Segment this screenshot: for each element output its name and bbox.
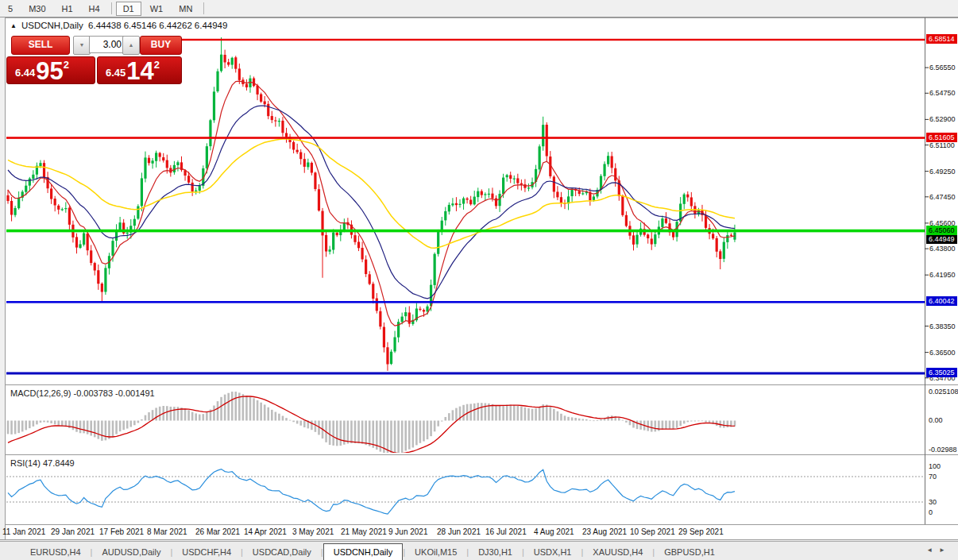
rsi-axis-label: 70 [929, 473, 937, 481]
macd-name: MACD(12,26,9) [10, 388, 71, 398]
tab-audusd-daily[interactable]: AUDUSD,Daily [92, 544, 170, 560]
trading-terminal: 5M30H1H4D1W1MN ▲USDCNH,Daily 6.444386.45… [0, 0, 958, 560]
price-axis-label: 6.36500 [929, 349, 956, 357]
macd-axis-label: -0.02988 [929, 446, 957, 454]
date-axis-label: 16 Jul 2021 [485, 527, 527, 536]
date-axis-label: 28 Jun 2021 [437, 527, 481, 536]
tab-gbpusd-h1[interactable]: GBPUSD,H1 [655, 544, 724, 560]
date-axis-label: 17 Feb 2021 [99, 527, 144, 536]
sell-price-pips: 2 [64, 59, 69, 71]
rsi-value: 47.8449 [43, 458, 75, 468]
buy-price-main: 14 [126, 57, 153, 84]
buy-price-button[interactable]: 6.45142 [97, 56, 182, 84]
tab-usdchf-h4[interactable]: USDCHF,H4 [172, 544, 241, 560]
price-axis-label: 6.49250 [929, 168, 956, 176]
chart-title: ▲USDCNH,Daily 6.444386.451466.442626.449… [10, 21, 230, 30]
chevron-down-icon: ▼ [79, 42, 85, 48]
date-axis-label: 10 Sep 2021 [630, 527, 675, 536]
volume-increase-button[interactable]: ▲ [122, 36, 140, 55]
price-level-label: 6.51605 [926, 133, 957, 142]
collapse-panel-icon[interactable]: ▲ [10, 22, 17, 29]
chart-symbol-label: USDCNH,Daily [21, 21, 83, 30]
date-axis-label: 14 Apr 2021 [244, 527, 287, 536]
rsi-axis-label: 100 [929, 462, 941, 470]
rsi-name: RSI(14) [10, 458, 41, 468]
price-axis-label: 6.56550 [929, 64, 956, 71]
buy-price-pips: 2 [154, 59, 160, 71]
tab-scroll-arrows: ◄► [926, 546, 952, 554]
price-axis-label: 6.51100 [929, 141, 955, 149]
tab-dj30-h1[interactable]: DJ30,H1 [469, 544, 522, 560]
date-axis-label: 8 Mar 2021 [147, 527, 187, 536]
buy-button[interactable]: BUY [140, 36, 182, 55]
price-level-label: 6.58514 [926, 34, 957, 44]
tab-usdx-h1[interactable]: USDX,H1 [524, 544, 581, 560]
tabs-scroll-right-icon[interactable]: ► [939, 546, 952, 554]
tabs-scroll-left-icon[interactable]: ◄ [926, 546, 939, 554]
date-axis-label: 29 Sep 2021 [678, 527, 724, 536]
date-axis-label: 26 Mar 2021 [195, 527, 240, 536]
macd-signal-value: -0.001491 [115, 388, 155, 398]
tab-usdcnh-daily[interactable]: USDCNH,Daily [323, 543, 404, 560]
tab-xauusd-h4[interactable]: XAUUSD,H4 [583, 544, 652, 560]
price-level-label: 6.45060 [926, 226, 957, 235]
sell-price-prefix: 6.44 [15, 67, 35, 79]
price-axis-label: 6.52900 [929, 115, 956, 123]
macd-axis-label: 0.025108 [929, 388, 958, 396]
macd-indicator-label: MACD(12,26,9) -0.003783 -0.001491 [10, 388, 155, 398]
chevron-up-icon: ▲ [129, 42, 134, 48]
bar-open-value: 6.44438 [88, 21, 122, 30]
symbol-tab-bar: EURUSD,H4|AUDUSD,Daily|USDCHF,H4|USDCAD,… [0, 541, 958, 560]
macd-axis-label: 0.00 [929, 416, 943, 424]
date-axis-label: 3 May 2021 [292, 527, 334, 536]
macd-main-value: -0.003783 [73, 388, 113, 398]
price-axis-label: 6.47450 [929, 193, 956, 201]
date-axis-label: 9 Jun 2021 [388, 527, 428, 536]
buy-price-prefix: 6.45 [106, 67, 126, 79]
price-level-label: 6.35025 [926, 368, 957, 377]
price-level-label: 6.40042 [926, 296, 957, 306]
price-axis-label: 6.54750 [929, 89, 956, 97]
date-axis-label: 21 May 2021 [341, 527, 387, 536]
sell-price-main: 95 [36, 57, 63, 84]
rsi-indicator-label: RSI(14) 47.8449 [10, 458, 75, 468]
price-axis-label: 6.38350 [929, 322, 956, 330]
date-axis-label: 29 Jan 2021 [51, 527, 95, 536]
tab-usdcad-daily[interactable]: USDCAD,Daily [243, 544, 321, 560]
bar-low-value: 6.44262 [159, 21, 192, 30]
tab-ukoil-m15[interactable]: UKOil,M15 [405, 544, 466, 560]
one-click-trading-panel: SELL ▼ ▲ BUY 6.44952 6.45142 [6, 33, 182, 84]
date-axis-label: 4 Aug 2021 [534, 527, 574, 536]
rsi-axis-label: 30 [929, 498, 937, 506]
volume-decrease-button[interactable]: ▼ [73, 36, 91, 55]
tab-eurusd-h4[interactable]: EURUSD,H4 [21, 544, 91, 560]
sell-button[interactable]: SELL [11, 36, 70, 55]
date-axis-label: 23 Aug 2021 [582, 527, 627, 536]
sell-price-button[interactable]: 6.44952 [6, 56, 95, 84]
bar-close-value: 6.44949 [195, 21, 228, 30]
price-axis-label: 6.41950 [929, 271, 956, 279]
bar-high-value: 6.45146 [124, 21, 157, 30]
volume-input[interactable] [89, 36, 126, 53]
price-level-label: 6.44949 [926, 234, 957, 244]
price-axis-label: 6.43800 [929, 245, 956, 253]
rsi-axis-label: 0 [929, 508, 933, 516]
date-axis-label: 11 Jan 2021 [2, 527, 45, 536]
